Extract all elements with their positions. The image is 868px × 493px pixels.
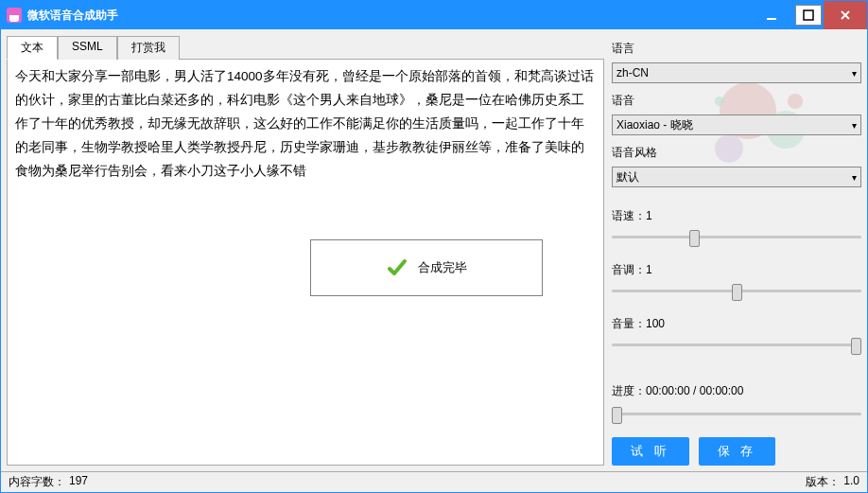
tab-ssml[interactable]: SSML (58, 36, 117, 60)
speed-label: 语速：1 (612, 208, 861, 224)
editor-container: 今天和大家分享一部电影，男人活了14000多年没有死，曾经是一个原始部落的首领，… (7, 60, 604, 466)
slider-thumb[interactable] (612, 407, 622, 424)
slider-thumb[interactable] (851, 338, 861, 355)
svg-rect-1 (804, 10, 813, 20)
titlebar[interactable]: 微软语音合成助手 (1, 1, 867, 29)
pitch-row: 音调：1 (612, 262, 861, 301)
progress-total: 00:00:00 (700, 384, 744, 397)
app-icon (7, 8, 22, 23)
maximize-button[interactable] (795, 5, 822, 26)
version-value: 1.0 (843, 474, 859, 490)
window-title: 微软语音合成助手 (27, 8, 750, 24)
button-row: 试 听 保 存 (612, 437, 861, 466)
tab-bar: 文本 SSML 打赏我 (7, 35, 604, 60)
chevron-down-icon: ▾ (852, 68, 857, 79)
preview-button[interactable]: 试 听 (612, 437, 689, 466)
volume-row: 音量：100 (612, 316, 861, 355)
minimize-icon (766, 9, 777, 21)
status-bar: 内容字数：197 版本：1.0 (1, 471, 867, 492)
pitch-slider[interactable] (612, 282, 861, 301)
language-label: 语言 (612, 41, 861, 57)
speed-value: 1 (646, 209, 652, 222)
language-value: zh-CN (616, 66, 649, 79)
version-info: 版本：1.0 (806, 474, 859, 490)
tab-donate[interactable]: 打赏我 (117, 36, 180, 60)
chevron-down-icon: ▾ (852, 172, 857, 183)
style-select[interactable]: 默认 ▾ (612, 167, 861, 187)
progress-label: 进度：00:00:00 / 00:00:00 (612, 383, 861, 399)
slider-thumb[interactable] (732, 284, 742, 301)
style-value: 默认 (616, 169, 639, 185)
check-icon (386, 256, 408, 279)
progress-current: 00:00:00 (646, 384, 690, 397)
style-label: 语音风格 (612, 145, 861, 161)
status-popup: 合成完毕 (310, 239, 543, 296)
speed-slider[interactable] (612, 228, 861, 247)
pitch-value: 1 (646, 263, 652, 276)
voice-value: Xiaoxiao - 晓晓 (616, 117, 693, 133)
save-button[interactable]: 保 存 (699, 437, 776, 466)
right-panel: 语言 zh-CN ▾ 语音 Xiaoxiao - 晓晓 ▾ 语音风格 默认 ▾ … (612, 35, 861, 466)
svg-rect-0 (767, 18, 776, 20)
slider-track (612, 343, 861, 346)
volume-label: 音量：100 (612, 316, 861, 332)
volume-slider[interactable] (612, 336, 861, 355)
tab-text[interactable]: 文本 (7, 36, 58, 60)
volume-value: 100 (646, 317, 665, 330)
char-count-value: 197 (69, 474, 88, 490)
slider-track (612, 413, 861, 415)
progress-slider[interactable] (612, 405, 861, 424)
voice-select[interactable]: Xiaoxiao - 晓晓 ▾ (612, 114, 861, 135)
slider-thumb[interactable] (689, 230, 700, 247)
pitch-label: 音调：1 (612, 262, 861, 278)
char-count: 内容字数：197 (9, 474, 88, 490)
voice-label: 语音 (612, 93, 861, 109)
minimize-button[interactable] (750, 1, 793, 29)
app-window: 微软语音合成助手 文本 SSML 打赏我 今天和大家分享一部电影，男人活了140… (0, 0, 868, 493)
speed-row: 语速：1 (612, 208, 861, 247)
close-icon (840, 9, 851, 21)
slider-track (612, 236, 861, 238)
left-panel: 文本 SSML 打赏我 今天和大家分享一部电影，男人活了14000多年没有死，曾… (7, 35, 604, 466)
window-controls (750, 1, 867, 29)
maximize-icon (803, 9, 814, 21)
chevron-down-icon: ▾ (852, 120, 857, 131)
close-button[interactable] (824, 1, 867, 29)
spacer (612, 361, 861, 378)
content-area: 文本 SSML 打赏我 今天和大家分享一部电影，男人活了14000多年没有死，曾… (1, 29, 867, 471)
status-message: 合成完毕 (418, 259, 467, 276)
language-select[interactable]: zh-CN ▾ (612, 62, 861, 83)
